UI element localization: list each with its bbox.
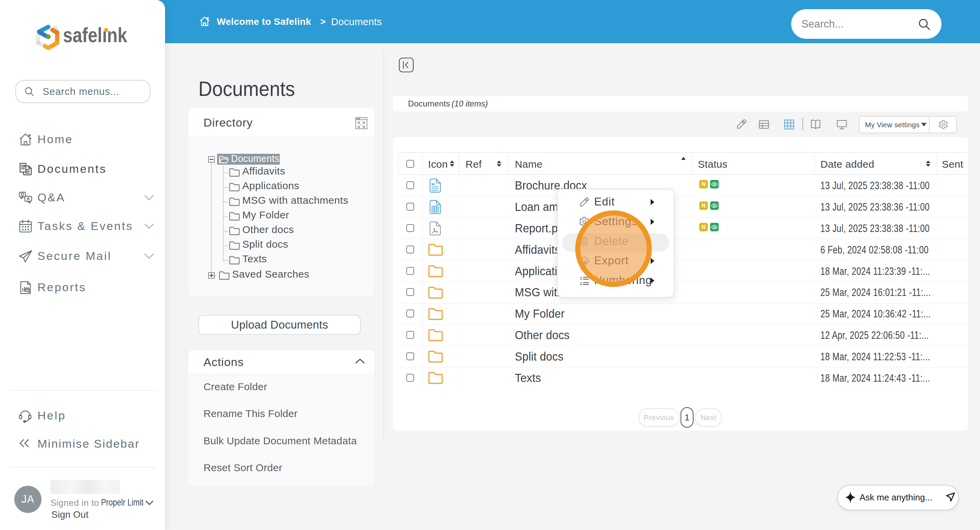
svg-text:w: w <box>431 182 435 187</box>
svg-text:A: A <box>27 197 30 202</box>
svg-text:Q: Q <box>21 192 24 197</box>
